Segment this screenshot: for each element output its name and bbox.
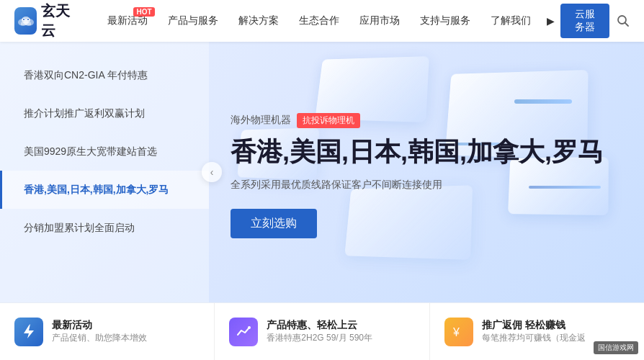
- card-0[interactable]: 最新活动 产品促销、助您降本增效: [0, 303, 215, 360]
- card-1[interactable]: 产品特惠、轻松上云 香港特惠2H2G 59/月 590年: [215, 303, 429, 360]
- cta-button[interactable]: 立刻选购: [231, 209, 317, 238]
- card-0-title: 最新活动: [52, 319, 147, 332]
- svg-point-10: [248, 326, 251, 329]
- logo[interactable]: 玄天云: [14, 1, 77, 40]
- svg-line-9: [625, 23, 629, 27]
- sidebar-item-3[interactable]: 香港,美国,日本,韩国,加拿大,罗马: [0, 171, 209, 209]
- nav-item-solutions[interactable]: 解决方案: [228, 0, 289, 42]
- nav-item-ecosystem[interactable]: 生态合作: [289, 0, 349, 42]
- sidebar-item-1[interactable]: 推介计划推广返利双赢计划: [0, 94, 209, 132]
- product-badge: 抗投诉物理机: [297, 113, 360, 128]
- hero-content: 海外物理机器 抗投诉物理机 香港,美国,日本,韩国,加拿大,罗马 全系列采用最优…: [209, 42, 644, 302]
- bottom-cards: 最新活动 产品促销、助您降本增效 产品特惠、轻松上云 香港特惠2H2G 59/月…: [0, 302, 644, 360]
- card-2-desc: 每笔推荐均可赚钱（现金返: [482, 332, 586, 344]
- main-content: 香港双向CN2-GIA 年付特惠 推介计划推广返利双赢计划 美国9929原生大宽…: [0, 42, 644, 302]
- logo-icon: [14, 7, 37, 35]
- sidebar-item-2[interactable]: 美国9929原生大宽带建站首选: [0, 132, 209, 171]
- svg-point-7: [27, 19, 29, 20]
- search-button[interactable]: [617, 14, 630, 27]
- sidebar-item-4[interactable]: 分销加盟累计划全面启动: [0, 209, 209, 247]
- product-tag: 海外物理机器 抗投诉物理机: [231, 113, 622, 128]
- hero-title: 香港,美国,日本,韩国,加拿大,罗马: [231, 135, 622, 169]
- nav-item-support[interactable]: 支持与服务: [410, 0, 480, 42]
- card-1-text: 产品特惠、轻松上云 香港特惠2H2G 59/月 590年: [267, 319, 372, 344]
- product-label: 海外物理机器: [231, 114, 291, 127]
- nav-item-about[interactable]: 了解我们: [480, 0, 541, 42]
- sidebar: 香港双向CN2-GIA 年付特惠 推介计划推广返利双赢计划 美国9929原生大宽…: [0, 42, 209, 302]
- svg-text:¥: ¥: [452, 326, 460, 338]
- nav-item-more[interactable]: ▶: [541, 0, 560, 42]
- card-2-icon: ¥: [444, 318, 473, 346]
- sidebar-item-0[interactable]: 香港双向CN2-GIA 年付特惠: [0, 56, 209, 94]
- cloud-server-button[interactable]: 云服务器: [560, 4, 609, 38]
- nav: 最新活动 HOT 产品与服务 解决方案 生态合作 应用市场 支持与服务 了解我们…: [97, 0, 560, 42]
- card-0-text: 最新活动 产品促销、助您降本增效: [52, 319, 147, 344]
- card-0-icon: [14, 318, 43, 346]
- nav-item-appmarket[interactable]: 应用市场: [349, 0, 410, 42]
- nav-hot-badge: HOT: [133, 7, 154, 17]
- card-2-text: 推广返佣 轻松赚钱 每笔推荐均可赚钱（现金返: [482, 319, 586, 344]
- card-1-title: 产品特惠、轻松上云: [267, 319, 372, 332]
- card-2-title: 推广返佣 轻松赚钱: [482, 319, 586, 332]
- nav-right: 云服务器: [560, 4, 630, 38]
- card-1-desc: 香港特惠2H2G 59/月 590年: [267, 332, 372, 344]
- svg-point-6: [23, 19, 24, 20]
- card-0-desc: 产品促销、助您降本增效: [52, 332, 147, 344]
- search-icon: [617, 14, 630, 27]
- card-1-icon: [229, 318, 258, 346]
- hero-subtitle: 全系列采用最优质线路保证客户不间断连接使用: [231, 179, 622, 192]
- header: 玄天云 最新活动 HOT 产品与服务 解决方案 生态合作 应用市场 支持与服务 …: [0, 0, 644, 42]
- nav-item-activity[interactable]: 最新活动 HOT: [97, 0, 158, 42]
- left-arrow-button[interactable]: ‹: [202, 162, 222, 182]
- nav-item-products[interactable]: 产品与服务: [158, 0, 228, 42]
- svg-rect-3: [21, 22, 31, 25]
- watermark: 国信游戏网: [594, 341, 638, 354]
- logo-text: 玄天云: [41, 1, 76, 40]
